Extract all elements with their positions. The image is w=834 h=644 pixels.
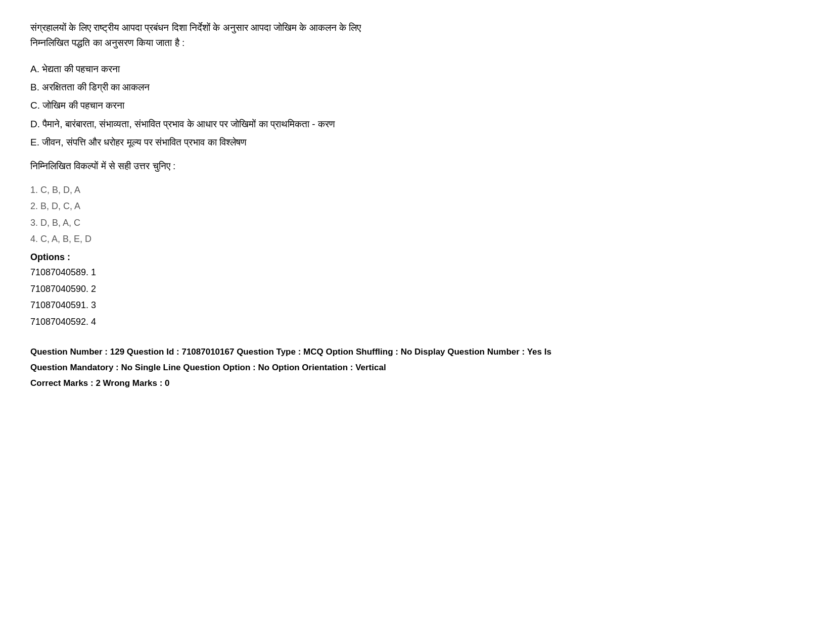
question-intro: संग्रहालयों के लिए राष्ट्रीय आपदा प्रबंध…: [30, 20, 586, 51]
answer-option-2[interactable]: 2. B, D, C, A: [30, 199, 586, 214]
answer-option-3[interactable]: 3. D, B, A, C: [30, 215, 586, 231]
metadata-line1: Question Number : 129 Question Id : 7108…: [30, 344, 586, 360]
answer-options-list: 1. C, B, D, A 2. B, D, C, A 3. D, B, A, …: [30, 182, 586, 247]
answer-option-2-text: B, D, C, A: [40, 201, 80, 211]
answer-option-1[interactable]: 1. C, B, D, A: [30, 182, 586, 198]
option-ids-list: 71087040589. 1 71087040590. 2 7108704059…: [30, 265, 586, 329]
answer-option-4[interactable]: 4. C, A, B, E, D: [30, 231, 586, 247]
instruction: निम्निलिखित विकल्पों में से सही उत्तर चु…: [30, 159, 586, 174]
answer-option-3-num: 3.: [30, 218, 40, 228]
intro-line2: निम्नलिखित पद्धति का अनुसरण किया जाता है…: [30, 37, 184, 48]
option-id-2: 71087040590. 2: [30, 281, 586, 297]
option-c: C. जोखिम की पहचान करना: [30, 97, 586, 114]
option-b: B. अरक्षितता की डिग्री का आकलन: [30, 79, 586, 95]
answer-option-4-num: 4.: [30, 234, 40, 244]
intro-line1: संग्रहालयों के लिए राष्ट्रीय आपदा प्रबंध…: [30, 22, 361, 33]
option-e: E. जीवन, संपत्ति और धरोहर मूल्य पर संभाव…: [30, 134, 586, 151]
answer-option-2-num: 2.: [30, 201, 40, 211]
option-id-4: 71087040592. 4: [30, 314, 586, 330]
options-label: Options :: [30, 252, 586, 263]
question-container: संग्रहालयों के लिए राष्ट्रीय आपदा प्रबंध…: [30, 20, 586, 391]
option-id-1: 71087040589. 1: [30, 265, 586, 280]
option-a: A. भेद्यता की पहचान करना: [30, 61, 586, 77]
option-id-3: 71087040591. 3: [30, 298, 586, 313]
metadata-section: Question Number : 129 Question Id : 7108…: [30, 344, 586, 391]
answer-option-1-text: C, B, D, A: [40, 185, 80, 195]
answer-option-4-text: C, A, B, E, D: [40, 234, 91, 244]
option-d: D. पैमाने, बारंबारता, संभाव्यता, संभावित…: [30, 116, 586, 132]
answer-option-1-num: 1.: [30, 185, 40, 195]
metadata-line2: Question Mandatory : No Single Line Ques…: [30, 360, 586, 376]
answer-option-3-text: D, B, A, C: [40, 218, 80, 228]
metadata-line3: Correct Marks : 2 Wrong Marks : 0: [30, 376, 586, 391]
